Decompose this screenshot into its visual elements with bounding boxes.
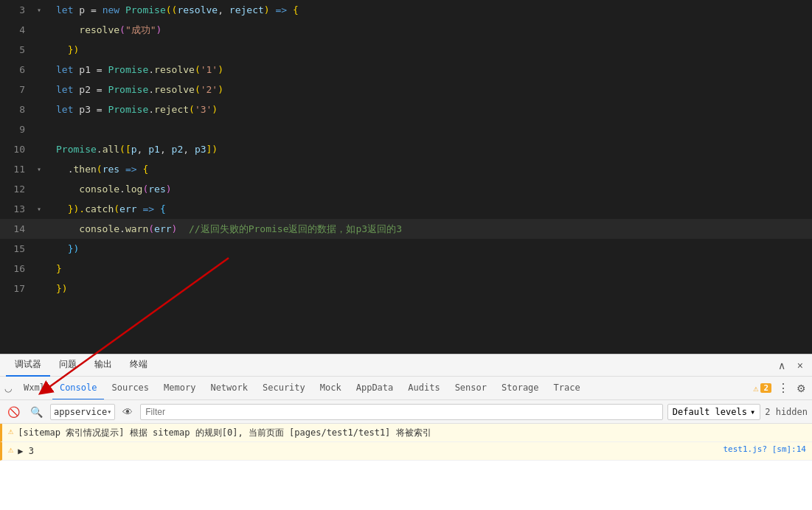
devtools-panel: 调试器 问题 输出 终端 ∧ × ◡ Wxml Console Sources …	[0, 354, 812, 510]
tab-left-icons: ◡	[0, 382, 16, 395]
line-num-17: 17	[0, 279, 37, 298]
line-num-12: 12	[0, 179, 37, 199]
fold-arrow-13[interactable]: ▾	[37, 199, 49, 219]
line-num-13: 13	[0, 199, 37, 219]
context-value: appservice	[54, 407, 107, 417]
line-content-5: })	[49, 40, 812, 60]
context-dropdown-arrow: ▾	[107, 408, 111, 416]
code-line-10: 10 Promise.all([p, p1, p2, p3])	[0, 139, 812, 159]
line-num-8: 8	[0, 99, 37, 119]
filter-toggle-button[interactable]: 🔍	[27, 405, 46, 419]
devtools-tab-issues[interactable]: 问题	[50, 354, 86, 377]
levels-label: Default levels	[673, 407, 747, 417]
app-container: 3 ▾ let p = new Promise((resolve, reject…	[0, 0, 812, 510]
code-line-17: 17 })	[0, 279, 812, 298]
tab-console[interactable]: Console	[52, 377, 105, 400]
devtools-top-tabs: 调试器 问题 输出 终端	[6, 354, 156, 377]
line-content-15: })	[49, 239, 812, 259]
line-content-16: }	[49, 259, 812, 279]
line-content-10: Promise.all([p, p1, p2, p3])	[49, 139, 812, 159]
warning-icon: ⚠	[753, 383, 758, 394]
code-line-5: 5 })	[0, 40, 812, 60]
code-line-13: 13 ▾ }).catch(err => {	[0, 199, 812, 219]
line-content-6: let p1 = Promise.resolve('1')	[49, 60, 812, 80]
devtools-tab-terminal[interactable]: 终端	[121, 354, 156, 377]
tab-appdata[interactable]: AppData	[349, 377, 401, 400]
hidden-count: 2 hidden	[765, 407, 808, 417]
fold-arrow-3[interactable]: ▾	[37, 0, 49, 20]
line-content-7: let p2 = Promise.resolve('2')	[49, 80, 812, 99]
more-options-button[interactable]: ⋮	[776, 380, 791, 397]
context-selector[interactable]: appservice ▾	[50, 404, 115, 420]
line-num-11: 11	[0, 159, 37, 179]
code-line-8: 8 let p3 = Promise.reject('3')	[0, 99, 812, 119]
line-content-12: console.log(res)	[49, 179, 812, 199]
clear-console-button[interactable]: 🚫	[4, 405, 23, 419]
devtools-topbar-controls: ∧ ×	[775, 358, 806, 373]
console-toolbar: 🚫 🔍 appservice ▾ 👁 Default levels ▾ 2 hi…	[0, 400, 812, 424]
tab-network[interactable]: Network	[203, 377, 255, 400]
filter-input[interactable]	[140, 404, 663, 420]
console-message-1: ⚠ [sitemap 索引情况提示] 根据 sitemap 的规则[0], 当前…	[0, 424, 812, 442]
console-output[interactable]: ⚠ [sitemap 索引情况提示] 根据 sitemap 的规则[0], 当前…	[0, 424, 812, 510]
devtools-tab-output[interactable]: 输出	[86, 354, 121, 377]
console-msg-text-1: [sitemap 索引情况提示] 根据 sitemap 的规则[0], 当前页面…	[18, 426, 800, 439]
line-content-4: resolve("成功")	[49, 20, 812, 40]
line-num-10: 10	[0, 139, 37, 159]
eye-toggle-button[interactable]: 👁	[119, 405, 136, 419]
line-content-8: let p3 = Promise.reject('3')	[49, 99, 812, 119]
tab-memory[interactable]: Memory	[156, 377, 203, 400]
code-line-9: 9	[0, 119, 812, 139]
console-msg-source-2[interactable]: test1.js? [sm]:14	[723, 444, 806, 454]
code-line-16: 16 }	[0, 259, 812, 279]
code-editor: 3 ▾ let p = new Promise((resolve, reject…	[0, 0, 812, 354]
code-line-12: 12 console.log(res)	[0, 179, 812, 199]
collapse-button[interactable]: ∧	[775, 358, 788, 373]
line-num-5: 5	[0, 40, 37, 60]
tab-sources[interactable]: Sources	[104, 377, 156, 400]
tab-storage[interactable]: Storage	[494, 377, 546, 400]
line-content-3: let p = new Promise((resolve, reject) =>…	[49, 0, 812, 20]
line-num-14: 14	[0, 219, 37, 239]
line-content-13: }).catch(err => {	[49, 199, 812, 219]
warning-badge: ⚠ 2	[753, 383, 771, 394]
tab-mock[interactable]: Mock	[313, 377, 349, 400]
badge-count: 2	[760, 383, 771, 393]
levels-dropdown-arrow: ▾	[750, 407, 755, 417]
code-line-6: 6 let p1 = Promise.resolve('1')	[0, 60, 812, 80]
tab-audits[interactable]: Audits	[400, 377, 447, 400]
line-content-11: .then(res => {	[49, 159, 812, 179]
line-num-16: 16	[0, 259, 37, 279]
tab-security[interactable]: Security	[255, 377, 313, 400]
code-line-3: 3 ▾ let p = new Promise((resolve, reject…	[0, 0, 812, 20]
code-line-7: 7 let p2 = Promise.resolve('2')	[0, 80, 812, 99]
code-line-15: 15 })	[0, 239, 812, 259]
tab-trace[interactable]: Trace	[546, 377, 588, 400]
code-line-11: 11 ▾ .then(res => {	[0, 159, 812, 179]
settings-button[interactable]: ⚙	[795, 381, 808, 396]
code-line-14: 14 console.warn(err) //返回失败的Promise返回的数据…	[0, 219, 812, 239]
warning-icon-1: ⚠	[8, 426, 13, 436]
line-num-6: 6	[0, 60, 37, 80]
line-num-4: 4	[0, 20, 37, 40]
console-message-2: ⚠ ▶ 3 test1.js? [sm]:14	[0, 442, 812, 461]
inspect-icon-button[interactable]: ◡	[3, 382, 13, 395]
devtools-topbar: 调试器 问题 输出 终端 ∧ ×	[0, 354, 812, 377]
devtools-tab-debugger[interactable]: 调试器	[6, 354, 50, 377]
levels-selector[interactable]: Default levels ▾	[667, 404, 760, 420]
line-num-15: 15	[0, 239, 37, 259]
close-button[interactable]: ×	[794, 358, 806, 373]
code-line-4: 4 resolve("成功")	[0, 20, 812, 40]
tab-sensor[interactable]: Sensor	[448, 377, 494, 400]
line-content-14: console.warn(err) //返回失败的Promise返回的数据，如p…	[49, 219, 812, 239]
line-num-7: 7	[0, 80, 37, 99]
tab-bar: ◡ Wxml Console Sources Memory Network Se…	[0, 377, 812, 400]
line-content-17: })	[49, 279, 812, 298]
console-msg-text-2: ▶ 3	[18, 444, 717, 458]
tab-wxml[interactable]: Wxml	[16, 377, 52, 400]
line-num-3: 3	[0, 0, 37, 20]
fold-arrow-11[interactable]: ▾	[37, 159, 49, 179]
line-num-9: 9	[0, 119, 37, 139]
warning-icon-2: ⚠	[8, 444, 13, 455]
